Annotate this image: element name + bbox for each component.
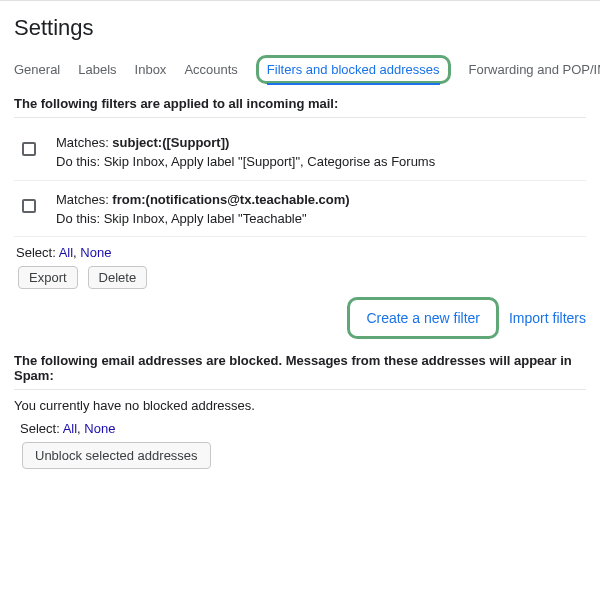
tab-filters[interactable]: Filters and blocked addresses bbox=[267, 56, 440, 85]
divider bbox=[14, 117, 586, 118]
matches-label: Matches: bbox=[56, 135, 112, 150]
filter-checkbox[interactable] bbox=[22, 142, 36, 156]
tab-accounts[interactable]: Accounts bbox=[184, 56, 237, 83]
filter-text: Matches: from:(notifications@tx.teachabl… bbox=[56, 191, 350, 229]
filter-checkbox[interactable] bbox=[22, 199, 36, 213]
select-all-link[interactable]: All bbox=[59, 245, 73, 260]
blocked-button-row: Unblock selected addresses bbox=[22, 442, 586, 469]
unblock-button[interactable]: Unblock selected addresses bbox=[22, 442, 211, 469]
page-title: Settings bbox=[14, 15, 586, 41]
select-all-link[interactable]: All bbox=[63, 421, 77, 436]
export-button[interactable]: Export bbox=[18, 266, 78, 289]
delete-button[interactable]: Delete bbox=[88, 266, 148, 289]
tab-filters-highlight: Filters and blocked addresses bbox=[256, 55, 451, 84]
filters-action-row: Create a new filter Import filters bbox=[14, 297, 586, 339]
select-none-link[interactable]: None bbox=[80, 245, 111, 260]
blocked-section-title: The following email addresses are blocke… bbox=[14, 353, 586, 383]
settings-tabs: General Labels Inbox Accounts Filters an… bbox=[14, 55, 586, 84]
import-filters-link[interactable]: Import filters bbox=[509, 310, 586, 326]
select-label: Select: bbox=[16, 245, 59, 260]
create-filter-highlight: Create a new filter bbox=[347, 297, 499, 339]
tab-general[interactable]: General bbox=[14, 56, 60, 83]
tab-labels[interactable]: Labels bbox=[78, 56, 116, 83]
matches-label: Matches: bbox=[56, 192, 112, 207]
blocked-empty-text: You currently have no blocked addresses. bbox=[14, 398, 586, 413]
filters-section-title: The following filters are applied to all… bbox=[14, 96, 586, 111]
filter-row: Matches: from:(notifications@tx.teachabl… bbox=[14, 181, 586, 238]
matches-value: from:(notifications@tx.teachable.com) bbox=[112, 192, 349, 207]
divider bbox=[14, 389, 586, 390]
filters-select-row: Select: All, None bbox=[16, 245, 586, 260]
tab-forwarding[interactable]: Forwarding and POP/IMAP bbox=[469, 56, 600, 83]
matches-value: subject:([Support]) bbox=[112, 135, 229, 150]
select-label: Select: bbox=[20, 421, 63, 436]
filter-text: Matches: subject:([Support]) Do this: Sk… bbox=[56, 134, 435, 172]
create-filter-link[interactable]: Create a new filter bbox=[366, 310, 480, 326]
filters-button-row: Export Delete bbox=[18, 266, 586, 289]
blocked-select-row: Select: All, None bbox=[20, 421, 586, 436]
filter-row: Matches: subject:([Support]) Do this: Sk… bbox=[14, 124, 586, 181]
tab-inbox[interactable]: Inbox bbox=[135, 56, 167, 83]
filter-action: Do this: Skip Inbox, Apply label "Teacha… bbox=[56, 210, 350, 229]
select-none-link[interactable]: None bbox=[84, 421, 115, 436]
filter-action: Do this: Skip Inbox, Apply label "[Suppo… bbox=[56, 153, 435, 172]
